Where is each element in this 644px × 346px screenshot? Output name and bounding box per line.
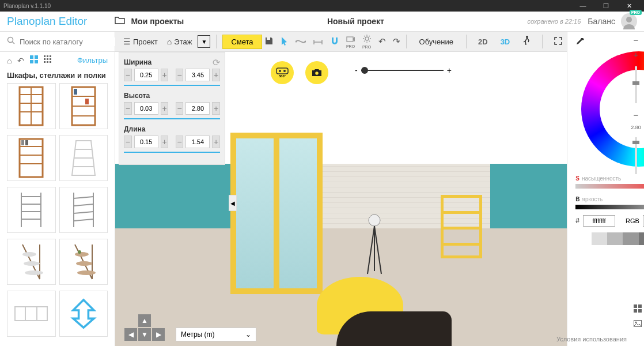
plus-button[interactable]: + [161, 69, 169, 81]
folder-icon[interactable] [115, 16, 125, 27]
eyedropper-icon[interactable] [575, 37, 585, 49]
swatch[interactable] [639, 232, 645, 245]
units-dropdown[interactable]: Метры (m) ⌄ [176, 328, 256, 341]
image-icon[interactable] [634, 319, 642, 329]
minus-button[interactable]: − [176, 102, 184, 115]
minus-icon[interactable]: − [634, 35, 639, 45]
learn-button[interactable]: Обучение [414, 35, 459, 48]
zoom-vertical-slider[interactable] [635, 66, 637, 103]
home-icon[interactable]: ⌂ [7, 56, 12, 65]
height-from-input[interactable] [134, 102, 158, 115]
maximize-button[interactable]: ❐ [594, 2, 618, 10]
terms-link[interactable]: Условия использования [556, 336, 627, 343]
floor-menu[interactable]: ⌂Этаж [164, 35, 196, 48]
grid-large-icon[interactable] [30, 55, 38, 65]
length-to-input[interactable] [185, 136, 210, 148]
nav-right[interactable]: ▶ [152, 328, 165, 341]
save-icon[interactable] [264, 36, 274, 47]
fullscreen-icon[interactable] [554, 37, 562, 47]
ruler-icon[interactable] [296, 37, 306, 47]
catalog-item[interactable] [59, 239, 108, 285]
catalog-item[interactable] [59, 135, 108, 181]
nav-left[interactable]: ◀ [124, 328, 137, 341]
catalog-item[interactable] [7, 135, 56, 181]
minus-button[interactable]: − [176, 136, 184, 148]
catalog-item[interactable] [59, 83, 108, 129]
swatch[interactable] [575, 232, 591, 245]
plus-button[interactable]: + [161, 136, 169, 148]
catalog-item[interactable] [7, 187, 56, 233]
saturation-slider[interactable] [575, 184, 644, 189]
plus-button[interactable]: + [212, 69, 220, 81]
balance-link[interactable]: Баланс [588, 17, 615, 26]
avatar[interactable]: PRO [621, 13, 637, 29]
dimension-icon[interactable] [313, 37, 323, 47]
catalog-item[interactable] [59, 291, 108, 337]
rgb-label: RGB [626, 217, 639, 224]
canvas-3d[interactable]: ⟳ Ширина − + − + Высота [115, 52, 567, 346]
vr-button[interactable]: 360° [271, 61, 294, 84]
svg-line-75 [368, 226, 374, 274]
search-input[interactable] [20, 37, 116, 46]
zoom-handle[interactable] [361, 67, 368, 74]
view-3d-button[interactable]: 3D [496, 35, 515, 48]
minus-button[interactable]: − [124, 69, 132, 81]
svg-rect-84 [634, 309, 637, 313]
grid-small-icon[interactable] [44, 55, 52, 65]
svg-line-72 [369, 36, 370, 37]
floor-dropdown[interactable]: ▼ [198, 35, 210, 48]
my-projects-link[interactable]: Мои проекты [131, 17, 184, 26]
width-slider[interactable] [124, 85, 220, 86]
redo-icon[interactable]: ↷ [393, 36, 400, 47]
walk-icon[interactable] [522, 35, 531, 48]
estimate-button[interactable]: Смета [222, 35, 262, 49]
close-button[interactable]: ✕ [618, 2, 641, 10]
cursor-icon[interactable] [281, 36, 289, 47]
plus-button[interactable]: + [161, 102, 169, 115]
refresh-icon[interactable]: ⟳ [213, 57, 220, 68]
collapse-panel-button[interactable]: ◀ [229, 195, 237, 211]
nav-down[interactable]: ▼ [138, 328, 151, 341]
camera-button[interactable] [305, 61, 328, 84]
height-to-input[interactable] [185, 102, 210, 115]
catalog-item[interactable] [7, 291, 56, 337]
undo-icon[interactable]: ↶ [378, 36, 386, 47]
minus-button[interactable]: − [124, 136, 132, 148]
slider-handle[interactable] [632, 81, 639, 85]
svg-rect-11 [47, 58, 48, 60]
catalog-item[interactable] [7, 83, 56, 129]
zoom-slider[interactable]: - + [351, 65, 455, 76]
swatch[interactable] [592, 232, 607, 245]
catalog-item[interactable] [59, 187, 108, 233]
magnet-icon[interactable] [330, 36, 339, 47]
length-slider[interactable] [124, 152, 220, 153]
catalog-item[interactable] [7, 239, 56, 285]
swatch[interactable] [607, 232, 623, 245]
brightness-slider[interactable] [575, 205, 644, 209]
minimize-button[interactable]: — [571, 2, 594, 9]
length-from-input[interactable] [134, 136, 158, 148]
project-name[interactable]: Новый проект [184, 17, 527, 26]
nav-up[interactable]: ▲ [138, 314, 151, 327]
camera-pro-icon[interactable]: PRO [346, 35, 355, 48]
width-to-input[interactable] [185, 69, 210, 81]
undo-icon[interactable]: ↶ [17, 56, 24, 65]
filters-link[interactable]: Фильтры [77, 56, 108, 65]
project-menu[interactable]: ☰Проект [120, 35, 161, 48]
minus-icon[interactable]: − [634, 110, 639, 120]
minus-button[interactable]: − [176, 69, 184, 81]
minus-button[interactable]: − [124, 102, 132, 115]
plus-button[interactable]: + [212, 136, 220, 148]
sun-icon[interactable]: PRO [362, 34, 372, 49]
slider-handle[interactable] [632, 141, 639, 144]
svg-rect-25 [74, 89, 77, 95]
height-slider[interactable] [124, 118, 220, 119]
view-2d-button[interactable]: 2D [473, 35, 493, 48]
grid-icon[interactable] [634, 304, 642, 314]
width-from-input[interactable] [134, 69, 158, 81]
plus-icon[interactable]: + [634, 50, 639, 59]
hex-input[interactable] [583, 215, 615, 227]
height-vertical-slider[interactable] [635, 137, 637, 174]
swatch[interactable] [623, 232, 638, 245]
plus-button[interactable]: + [212, 102, 220, 115]
